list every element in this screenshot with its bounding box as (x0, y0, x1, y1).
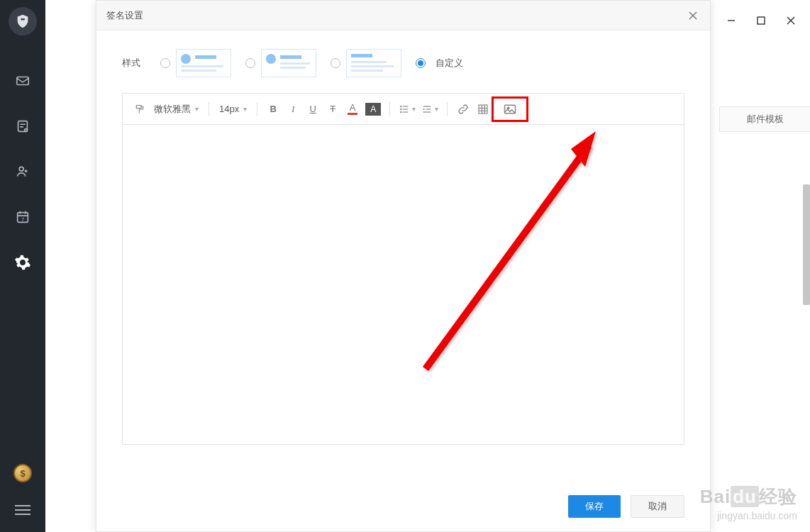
image-button[interactable] (494, 99, 526, 120)
maximize-button[interactable] (755, 14, 767, 27)
format-painter-button[interactable] (130, 99, 150, 119)
svg-rect-0 (17, 77, 29, 85)
close-window-button[interactable] (784, 14, 797, 27)
radio-custom[interactable] (416, 58, 426, 68)
minimize-icon (726, 16, 736, 26)
nav-calendar[interactable]: 7 (9, 203, 37, 231)
link-icon (457, 103, 470, 116)
dialog-title: 签名设置 (106, 9, 143, 22)
style-option-custom[interactable]: 自定义 (416, 57, 463, 70)
indent-button[interactable]: ▾ (418, 99, 441, 119)
mail-icon (15, 73, 30, 89)
style-row: 样式 (96, 31, 710, 93)
document-icon (15, 118, 30, 134)
table-button[interactable] (473, 99, 493, 119)
svg-marker-22 (423, 108, 426, 110)
close-icon (786, 16, 796, 26)
save-button[interactable]: 保存 (568, 495, 621, 518)
dialog-footer: 保存 取消 (96, 482, 710, 531)
table-icon (477, 103, 489, 116)
style-preview-1 (176, 49, 231, 77)
chevron-down-icon: ▾ (412, 105, 416, 113)
svg-rect-12 (136, 105, 141, 108)
style-preview-3 (346, 49, 401, 77)
underline-button[interactable]: U (303, 99, 323, 119)
svg-point-14 (401, 109, 401, 109)
shield-icon (15, 13, 30, 29)
radio-3[interactable] (331, 58, 340, 68)
chevron-down-icon: ▾ (195, 105, 199, 113)
svg-text:7: 7 (21, 216, 24, 223)
watermark-url: jingyan.baidu.com (700, 509, 797, 522)
editor-container: 微软雅黑 ▾ 14px ▾ B I U T A A ▾ (122, 93, 684, 445)
chevron-down-icon: ▾ (243, 105, 247, 113)
cancel-label: 取消 (648, 500, 667, 513)
svg-point-15 (401, 111, 401, 112)
bold-button[interactable]: B (263, 99, 283, 119)
app-logo[interactable] (9, 7, 37, 35)
gear-icon (14, 254, 31, 271)
side-tab-templates[interactable]: 邮件模板 (719, 106, 810, 132)
link-button[interactable] (453, 99, 473, 119)
style-option-3[interactable] (331, 49, 401, 77)
save-label: 保存 (585, 500, 604, 513)
coin-symbol: $ (20, 468, 25, 479)
cancel-button[interactable]: 取消 (631, 495, 684, 518)
strikethrough-button[interactable]: T (323, 99, 343, 119)
svg-rect-1 (18, 121, 28, 132)
format-painter-icon (134, 104, 145, 115)
font-family-select[interactable]: 微软雅黑 ▾ (150, 103, 203, 116)
editor-toolbar: 微软雅黑 ▾ 14px ▾ B I U T A A ▾ (123, 94, 684, 125)
contacts-icon (15, 164, 30, 179)
coin-icon[interactable]: $ (13, 464, 32, 482)
style-option-1[interactable] (160, 49, 231, 77)
side-tab-label: 邮件模板 (747, 113, 784, 126)
calendar-icon: 7 (15, 209, 30, 225)
window-controls (725, 14, 797, 27)
radio-1[interactable] (160, 58, 170, 68)
menu-icon[interactable] (15, 502, 30, 518)
svg-rect-23 (479, 105, 487, 113)
nav-doc[interactable] (9, 112, 37, 140)
nav-contacts[interactable] (9, 157, 37, 186)
scrollbar[interactable] (803, 184, 810, 305)
font-family-value: 微软雅黑 (154, 103, 191, 116)
radio-2[interactable] (245, 58, 255, 68)
list-icon (399, 104, 410, 115)
close-icon (688, 11, 698, 21)
editor-body[interactable] (123, 125, 684, 444)
app-sidebar: 7 $ (0, 0, 45, 532)
svg-rect-7 (758, 17, 765, 24)
minimize-button[interactable] (725, 14, 738, 27)
dialog-header: 签名设置 (96, 1, 710, 31)
indent-icon (421, 104, 433, 115)
image-icon (503, 102, 517, 116)
style-preview-2 (261, 49, 316, 77)
svg-point-2 (25, 129, 28, 132)
signature-dialog: 签名设置 样式 (96, 0, 711, 532)
maximize-icon (757, 16, 765, 25)
font-size-select[interactable]: 14px ▾ (215, 104, 251, 114)
svg-point-3 (19, 167, 23, 171)
style-option-2[interactable] (245, 49, 316, 77)
svg-point-13 (401, 106, 401, 106)
chevron-down-icon: ▾ (435, 105, 438, 113)
dialog-close-button[interactable] (686, 9, 700, 23)
font-color-button[interactable]: A (343, 99, 362, 119)
watermark: Baidu经验 jingyan.baidu.com (700, 485, 797, 522)
highlight-annotation (492, 96, 528, 122)
nav-mail[interactable] (9, 67, 37, 95)
nav-settings[interactable] (9, 248, 37, 277)
bg-color-button[interactable]: A (362, 99, 384, 119)
font-size-value: 14px (219, 104, 239, 114)
list-button[interactable]: ▾ (396, 99, 418, 119)
italic-button[interactable]: I (283, 99, 303, 119)
style-label: 样式 (122, 57, 140, 70)
custom-label: 自定义 (435, 57, 463, 70)
